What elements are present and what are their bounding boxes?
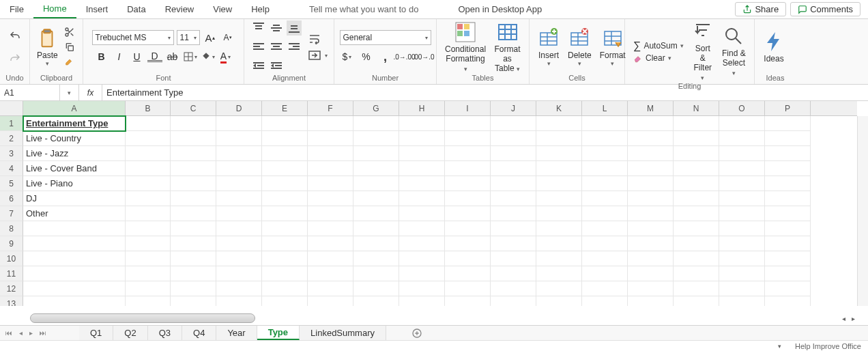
cut-button[interactable] (62, 25, 77, 40)
help-improve-link[interactable]: Help Improve Office (795, 342, 861, 350)
cell-O1[interactable] (719, 116, 765, 131)
cell-N11[interactable] (674, 266, 719, 281)
cell-D12[interactable] (216, 281, 262, 296)
cell-I2[interactable] (445, 131, 491, 146)
cell-D2[interactable] (216, 131, 262, 146)
cell-M1[interactable] (628, 116, 674, 131)
cell-K1[interactable] (536, 116, 582, 131)
cell-P10[interactable] (765, 251, 811, 266)
col-header-L[interactable]: L (582, 101, 628, 115)
cell-J7[interactable] (491, 206, 536, 221)
percent-button[interactable]: % (359, 49, 374, 64)
cell-D5[interactable] (216, 176, 262, 191)
cell-B7[interactable] (126, 206, 171, 221)
cell-N13[interactable] (674, 296, 719, 306)
cell-C1[interactable] (171, 116, 216, 131)
cell-D3[interactable] (216, 146, 262, 161)
cell-G12[interactable] (353, 281, 399, 296)
cell-G2[interactable] (353, 131, 399, 146)
cell-H2[interactable] (399, 131, 445, 146)
cell-B3[interactable] (126, 146, 171, 161)
row-header-2[interactable]: 2 (0, 131, 23, 146)
cell-M3[interactable] (628, 146, 674, 161)
col-header-N[interactable]: N (674, 101, 719, 115)
cell-G13[interactable] (353, 296, 399, 306)
cell-N9[interactable] (674, 236, 719, 251)
cell-H4[interactable] (399, 161, 445, 176)
cell-J10[interactable] (491, 251, 536, 266)
cell-G1[interactable] (353, 116, 399, 131)
cell-F13[interactable] (308, 296, 353, 306)
grow-font-button[interactable]: A▴ (203, 30, 218, 45)
cell-E11[interactable] (262, 266, 308, 281)
cell-A1[interactable]: Entertainment Type (23, 116, 126, 131)
row-header-7[interactable]: 7 (0, 206, 23, 221)
col-header-A[interactable]: A (23, 101, 126, 115)
autosum-button[interactable]: ∑ AutoSum ▾ (633, 40, 684, 52)
cell-G5[interactable] (353, 176, 399, 191)
cell-F9[interactable] (308, 236, 353, 251)
cell-F1[interactable] (308, 116, 353, 131)
cell-M6[interactable] (628, 191, 674, 206)
tab-view[interactable]: View (203, 0, 242, 18)
decrease-indent-button[interactable] (251, 59, 266, 74)
col-header-O[interactable]: O (719, 101, 765, 115)
cell-M10[interactable] (628, 251, 674, 266)
font-color-button[interactable]: A▾ (218, 49, 233, 64)
format-painter-button[interactable] (62, 55, 77, 70)
cell-I3[interactable] (445, 146, 491, 161)
cell-C4[interactable] (171, 161, 216, 176)
wrap-text-button[interactable] (308, 33, 328, 44)
cell-K13[interactable] (536, 296, 582, 306)
cell-B11[interactable] (126, 266, 171, 281)
share-button[interactable]: Share (735, 2, 786, 16)
cell-E4[interactable] (262, 161, 308, 176)
cell-O3[interactable] (719, 146, 765, 161)
cell-N4[interactable] (674, 161, 719, 176)
currency-button[interactable]: $▾ (340, 49, 355, 64)
cell-L11[interactable] (582, 266, 628, 281)
cell-O7[interactable] (719, 206, 765, 221)
name-box-dropdown[interactable]: ▾ (60, 85, 79, 100)
cell-I7[interactable] (445, 206, 491, 221)
scroll-left-button[interactable]: ◂ (839, 314, 848, 322)
cell-M5[interactable] (628, 176, 674, 191)
cell-J11[interactable] (491, 266, 536, 281)
cell-I10[interactable] (445, 251, 491, 266)
cell-A7[interactable]: Other (23, 206, 126, 221)
sheet-tab-q2[interactable]: Q2 (113, 326, 147, 340)
format-as-table-button[interactable]: Formatas Table ▾ (490, 21, 525, 73)
align-top-button[interactable] (251, 20, 266, 36)
cell-I8[interactable] (445, 221, 491, 236)
sheet-tab-linkedsummary[interactable]: LinkedSummary (300, 326, 386, 340)
cell-D8[interactable] (216, 221, 262, 236)
shrink-font-button[interactable]: A▾ (220, 30, 235, 45)
tell-me-search[interactable]: Tell me what you want to do (300, 0, 428, 18)
cell-L3[interactable] (582, 146, 628, 161)
col-header-K[interactable]: K (536, 101, 582, 115)
cell-G4[interactable] (353, 161, 399, 176)
cell-O13[interactable] (719, 296, 765, 306)
cell-P11[interactable] (765, 266, 811, 281)
cell-H5[interactable] (399, 176, 445, 191)
col-header-M[interactable]: M (628, 101, 674, 115)
align-bottom-button[interactable] (287, 20, 302, 36)
cell-P9[interactable] (765, 236, 811, 251)
cell-F3[interactable] (308, 146, 353, 161)
align-middle-button[interactable] (269, 20, 284, 36)
cell-P12[interactable] (765, 281, 811, 296)
col-header-C[interactable]: C (171, 101, 216, 115)
ideas-button[interactable]: Ideas (759, 31, 789, 64)
redo-button[interactable] (7, 51, 23, 67)
cell-M13[interactable] (628, 296, 674, 306)
cell-D1[interactable] (216, 116, 262, 131)
cells-area[interactable]: Entertainment TypeLive - CountryLive - J… (23, 116, 857, 306)
cell-G6[interactable] (353, 191, 399, 206)
cell-D10[interactable] (216, 251, 262, 266)
row-header-1[interactable]: 1 (0, 116, 23, 131)
col-header-P[interactable]: P (765, 101, 811, 115)
cell-A8[interactable] (23, 221, 126, 236)
cell-N12[interactable] (674, 281, 719, 296)
cell-O11[interactable] (719, 266, 765, 281)
fx-button[interactable]: fx (79, 85, 102, 100)
